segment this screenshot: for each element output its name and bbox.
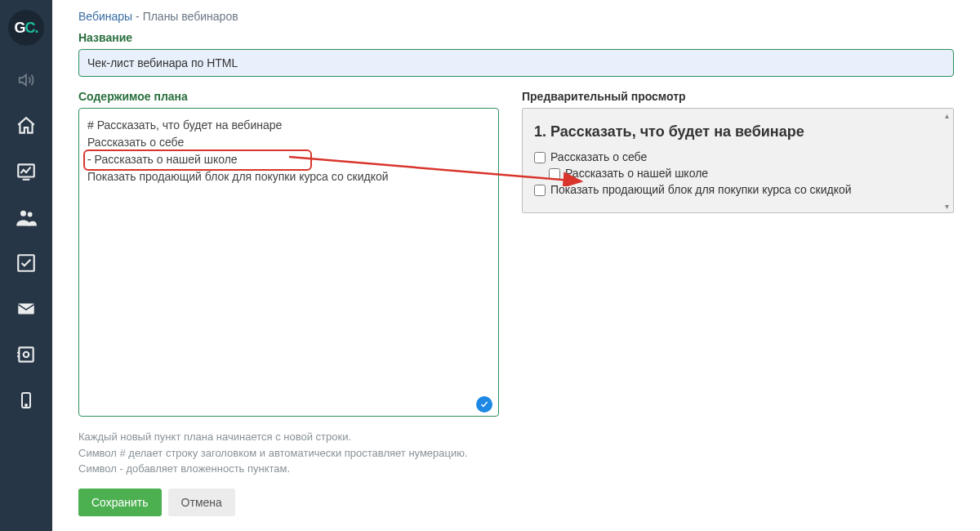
preview-label: Предварительный просмотр xyxy=(522,90,954,103)
svg-point-2 xyxy=(28,212,33,217)
breadcrumb-current: Планы вебинаров xyxy=(143,10,238,23)
preview-item: Рассказать о себе xyxy=(534,150,938,163)
preview-checkbox[interactable] xyxy=(534,185,546,196)
grammar-check-icon xyxy=(476,396,492,413)
name-label: Название xyxy=(78,31,954,44)
preview-item: Рассказать о нашей школе xyxy=(549,167,938,180)
preview-checkbox[interactable] xyxy=(534,152,546,163)
users-icon[interactable] xyxy=(15,206,38,229)
mobile-icon[interactable] xyxy=(15,389,38,412)
sidebar: GC. xyxy=(0,0,52,531)
logo: GC. xyxy=(8,10,44,46)
volume-icon xyxy=(15,69,38,91)
content-label: Содержимое плана xyxy=(78,90,499,103)
preview-checkbox[interactable] xyxy=(549,168,560,180)
preview-heading: 1. Рассказать, что будет на вебинаре xyxy=(534,123,938,141)
preview-item-label: Показать продающий блок для покупки курс… xyxy=(550,183,852,196)
scroll-down-icon[interactable]: ▾ xyxy=(942,201,951,211)
cancel-button[interactable]: Отмена xyxy=(168,489,235,516)
name-input[interactable] xyxy=(78,49,954,77)
svg-rect-5 xyxy=(19,347,33,361)
svg-rect-4 xyxy=(18,304,34,315)
svg-point-8 xyxy=(25,404,27,406)
mail-icon[interactable] xyxy=(15,297,38,320)
preview-panel: ▴ 1. Рассказать, что будет на вебинаре Р… xyxy=(522,108,954,213)
preview-item-label: Рассказать о нашей школе xyxy=(565,167,708,180)
svg-rect-0 xyxy=(18,164,34,176)
chart-icon[interactable] xyxy=(15,160,38,183)
preview-item: Показать продающий блок для покупки курс… xyxy=(534,183,938,196)
help-text: Каждый новый пункт плана начинается с но… xyxy=(78,429,499,477)
svg-point-1 xyxy=(20,211,26,216)
preview-item-label: Рассказать о себе xyxy=(550,150,647,163)
home-icon[interactable] xyxy=(15,114,38,137)
breadcrumb: Вебинары - Планы вебинаров xyxy=(78,10,954,23)
svg-point-6 xyxy=(24,352,29,358)
breadcrumb-link[interactable]: Вебинары xyxy=(78,10,132,23)
content-textarea[interactable] xyxy=(78,108,499,417)
safe-icon[interactable] xyxy=(15,343,38,366)
scroll-up-icon[interactable]: ▴ xyxy=(942,110,951,120)
breadcrumb-sep: - xyxy=(136,10,140,23)
check-square-icon[interactable] xyxy=(15,252,38,274)
save-button[interactable]: Сохранить xyxy=(78,489,162,516)
main-content: Вебинары - Планы вебинаров Название Соде… xyxy=(52,0,980,531)
